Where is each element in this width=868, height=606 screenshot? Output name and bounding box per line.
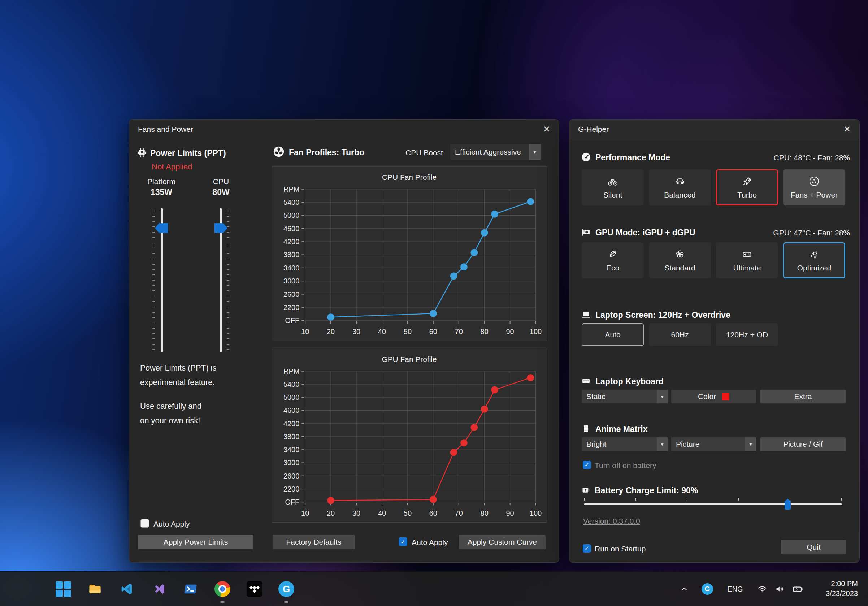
tray-ghelper-button[interactable]: G [699, 581, 715, 597]
svg-text:3400: 3400 [284, 264, 299, 272]
mode-silent-button[interactable]: Silent [582, 169, 644, 206]
visual-studio-icon [152, 582, 166, 596]
battery-charge-limit-heading: Battery Charge Limit: 90% [595, 486, 698, 496]
gpu-fan-profile-chart[interactable]: RPM540050004600420038003400300026002200O… [271, 349, 547, 522]
mode-balanced-button[interactable]: Balanced [649, 169, 711, 206]
keyboard-color-label: Color [698, 392, 716, 401]
tidal-button[interactable] [246, 581, 262, 597]
svg-text:3400: 3400 [284, 446, 299, 454]
battery-charge-icon [581, 485, 591, 495]
fans-and-power-window: Fans and Power ✕ Power Limits (PPT) Not … [129, 119, 559, 563]
gpu-standard-button[interactable]: Standard [649, 242, 711, 279]
tray-chevron-button[interactable] [676, 581, 692, 597]
visual-studio-button[interactable] [151, 581, 167, 597]
gpu-card-icon [581, 227, 591, 237]
cpu-slider-value: 80W [199, 188, 243, 197]
dropdown-arrow-icon[interactable]: ▾ [529, 144, 541, 160]
cpu-slider-label: CPU [199, 177, 243, 186]
start-button[interactable] [55, 581, 71, 597]
apply-power-limits-button[interactable]: Apply Power Limits [138, 535, 253, 549]
gpu-ultimate-label: Ultimate [733, 263, 761, 272]
svg-text:4600: 4600 [284, 406, 299, 414]
tray-battery-button[interactable] [790, 581, 806, 597]
keyboard-color-button[interactable]: Color [671, 390, 756, 403]
svg-text:30: 30 [352, 327, 360, 335]
turn-off-on-battery-checkbox[interactable]: ✓ [583, 461, 591, 469]
performance-gauge-icon [581, 152, 591, 162]
keyboard-extra-button[interactable]: Extra [760, 390, 846, 403]
svg-text:GPU Fan Profile: GPU Fan Profile [382, 355, 437, 363]
gpu-eco-button[interactable]: Eco [582, 242, 644, 279]
mode-turbo-label: Turbo [737, 191, 757, 199]
curve-auto-apply-checkbox[interactable]: ✓ [398, 537, 407, 546]
svg-text:70: 70 [455, 327, 463, 335]
file-explorer-button[interactable] [87, 581, 103, 597]
gpu-optimized-label: Optimized [797, 263, 832, 272]
ghelper-taskbar-button[interactable]: G [278, 581, 294, 597]
anime-source-dropdown[interactable]: Picture ▾ [671, 437, 756, 451]
battery-icon [792, 583, 803, 595]
anime-matrix-heading: Anime Matrix [595, 424, 647, 434]
svg-text:5400: 5400 [284, 198, 299, 206]
tray-volume-button[interactable] [772, 581, 788, 597]
folder-icon [87, 581, 103, 597]
cpu-slider-thumb[interactable] [214, 223, 228, 233]
platform-slider-thumb[interactable] [155, 223, 168, 233]
battery-charge-slider[interactable] [584, 495, 842, 511]
ghelper-app-icon: G [278, 581, 294, 597]
dropdown-arrow-icon[interactable]: ▾ [657, 437, 668, 451]
power-auto-apply-checkbox[interactable] [141, 519, 149, 528]
color-swatch [722, 393, 729, 400]
mode-fans-power-button[interactable]: Fans + Power [783, 169, 845, 206]
tray-language-button[interactable]: ENG [725, 581, 745, 597]
cpu-boost-value: Efficient Aggressive [450, 144, 529, 160]
ghelper-tray-icon: G [702, 583, 713, 595]
chrome-button[interactable] [214, 581, 230, 597]
version-link[interactable]: Version: 0.37.0.0 [583, 517, 640, 525]
dropdown-arrow-icon[interactable]: ▾ [657, 390, 668, 403]
mode-silent-label: Silent [603, 191, 623, 199]
svg-text:3000: 3000 [284, 277, 299, 285]
svg-text:5000: 5000 [284, 393, 299, 401]
close-icon[interactable]: ✕ [843, 125, 851, 133]
run-on-startup-checkbox[interactable]: ✓ [583, 544, 591, 553]
powershell-button[interactable] [183, 581, 198, 597]
cpu-fan-profile-chart[interactable]: RPM540050004600420038003400300026002200O… [271, 166, 547, 341]
mode-turbo-button[interactable]: Turbo [716, 169, 778, 206]
gpu-optimized-button[interactable]: Optimized [783, 242, 845, 279]
svg-text:3800: 3800 [284, 432, 299, 440]
keyboard-icon [581, 376, 591, 386]
cpu-boost-dropdown[interactable]: Efficient Aggressive ▾ [450, 144, 541, 160]
screen-60hz-button[interactable]: 60Hz [649, 323, 711, 346]
laptop-screen-icon [581, 310, 591, 319]
vscode-icon [119, 582, 134, 596]
svg-text:90: 90 [506, 327, 514, 335]
screen-120hz-od-button[interactable]: 120Hz + OD [716, 323, 778, 346]
power-limits-note-1: Power Limits (PPT) is experimental featu… [140, 361, 216, 390]
svg-text:4200: 4200 [284, 238, 299, 246]
keyboard-mode-value: Static [582, 390, 657, 403]
svg-text:2600: 2600 [284, 472, 299, 480]
tray-wifi-button[interactable] [754, 581, 770, 597]
factory-defaults-button[interactable]: Factory Defaults [273, 535, 355, 549]
svg-text:5000: 5000 [284, 211, 299, 219]
taskbar: G G ENG 2:00 PM 3/23/2023 [0, 571, 868, 606]
battery-slider-track[interactable] [584, 503, 842, 505]
battery-slider-thumb[interactable] [784, 499, 791, 510]
close-icon[interactable]: ✕ [543, 125, 550, 133]
gear-sparkle-icon [808, 248, 820, 260]
power-limits-heading: Power Limits (PPT) [150, 149, 226, 158]
dropdown-arrow-icon[interactable]: ▾ [745, 437, 756, 451]
keyboard-mode-dropdown[interactable]: Static ▾ [582, 390, 668, 403]
anime-picture-gif-button[interactable]: Picture / Gif [760, 437, 846, 451]
vscode-button[interactable] [119, 581, 135, 597]
power-limits-status: Not Applied [152, 162, 192, 172]
anime-brightness-dropdown[interactable]: Bright ▾ [582, 437, 668, 451]
apply-custom-curve-button[interactable]: Apply Custom Curve [459, 535, 546, 549]
screen-auto-button[interactable]: Auto [582, 323, 644, 346]
svg-text:CPU Fan Profile: CPU Fan Profile [382, 173, 437, 181]
svg-text:2200: 2200 [284, 303, 299, 311]
gpu-ultimate-button[interactable]: Ultimate [716, 242, 778, 279]
tray-clock[interactable]: 2:00 PM 3/23/2023 [826, 579, 858, 598]
quit-button[interactable]: Quit [781, 540, 846, 554]
